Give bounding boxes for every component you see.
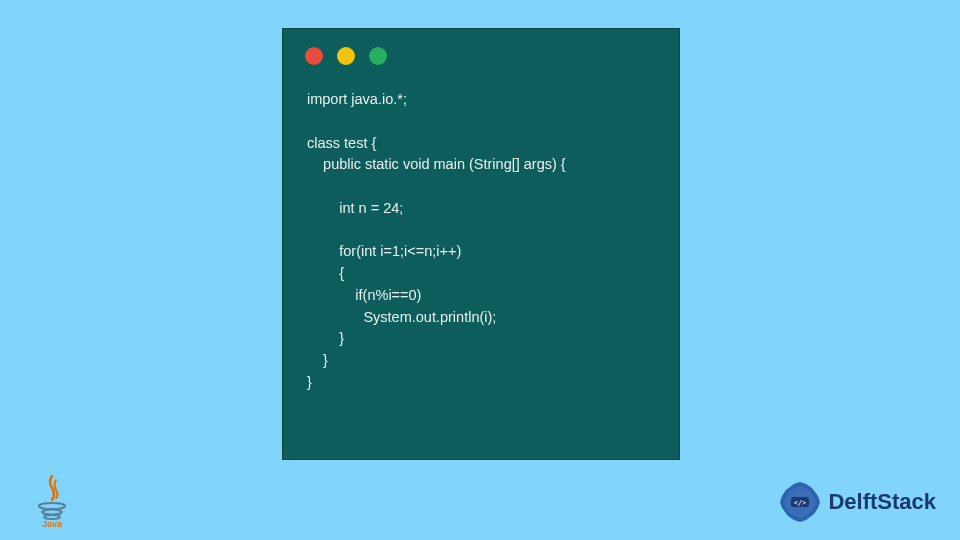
- svg-text:</>: </>: [794, 499, 807, 507]
- code-line: import java.io.*;: [307, 91, 407, 107]
- code-line: public static void main (String[] args) …: [307, 156, 566, 172]
- window-controls: [305, 47, 387, 65]
- delftstack-logo: </> DelftStack: [778, 480, 936, 524]
- code-line: }: [307, 352, 328, 368]
- code-line: for(int i=1;i<=n;i++): [307, 243, 461, 259]
- java-logo-icon: Java: [32, 472, 72, 528]
- delftstack-badge-icon: </>: [778, 480, 822, 524]
- code-block: import java.io.*; class test { public st…: [307, 89, 659, 394]
- code-line: }: [307, 374, 312, 390]
- code-line: if(n%i==0): [307, 287, 421, 303]
- minimize-icon[interactable]: [337, 47, 355, 65]
- code-window: import java.io.*; class test { public st…: [282, 28, 680, 460]
- svg-point-1: [42, 510, 62, 515]
- code-line: {: [307, 265, 344, 281]
- maximize-icon[interactable]: [369, 47, 387, 65]
- code-line: class test {: [307, 135, 376, 151]
- svg-point-0: [39, 503, 65, 509]
- delftstack-brand-text: DelftStack: [828, 489, 936, 515]
- code-line: System.out.println(i);: [307, 309, 496, 325]
- code-line: }: [307, 330, 344, 346]
- code-line: int n = 24;: [307, 200, 403, 216]
- close-icon[interactable]: [305, 47, 323, 65]
- svg-text:Java: Java: [42, 519, 63, 528]
